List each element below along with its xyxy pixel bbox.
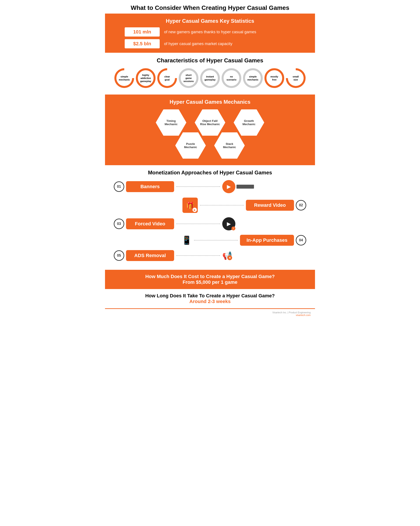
hex-growth: GrowthMechanic <box>234 109 264 136</box>
cost-answer: From $5,000 per 1 game <box>111 279 309 285</box>
footer: Visartech Inc. | Product Engineering vis… <box>105 309 315 319</box>
mono-row-forced: 03 Forced Video ▶ ! <box>114 217 306 230</box>
play-icon-black: ▶ ! <box>222 217 235 230</box>
time-answer: Around 2-3 weeks <box>111 299 309 304</box>
circle-mostly-free: mostlyfree <box>264 68 284 88</box>
hex-row-1: TimingMechanic Object Fall/Rise Mechanic… <box>156 109 264 136</box>
hex-stack: StackMechanic <box>214 132 245 159</box>
hex-grid: TimingMechanic Object Fall/Rise Mechanic… <box>111 109 309 159</box>
dotted-5 <box>176 255 220 256</box>
stats-section: Hyper Casual Games Key Statistics 101 ml… <box>105 14 315 53</box>
characteristics-section: Characteristics of Hyper Casual Games si… <box>105 53 315 94</box>
label-inapp: In-App Purchases <box>240 235 294 246</box>
label-banners: Banners <box>126 181 174 192</box>
circle-clear-goal: cleargoal <box>153 64 181 92</box>
play-icon-1: ▶ <box>222 180 235 193</box>
hex-row-2: PuzzleMechanic StackMechanic <box>140 132 280 159</box>
megaphone-icon: 📢 ✕ <box>222 251 232 260</box>
banner-strip <box>237 185 254 189</box>
step-04: 04 <box>296 235 306 245</box>
stat-text-2: of hyper casual games market capacity <box>164 41 232 46</box>
hex-timing: TimingMechanic <box>156 109 186 136</box>
footer-link[interactable]: visartech.com <box>296 314 311 316</box>
hex-object-fall: Object Fall/Rise Mechanic <box>195 109 225 136</box>
mechanics-title: Hyper Casual Games Mechanics <box>111 99 309 105</box>
mono-row-inapp: 📱 In-App Purchases 04 <box>114 235 306 246</box>
circle-simple-mechanic-2: simplemechanic <box>243 68 263 88</box>
step-01: 01 <box>114 181 124 192</box>
footer-text: Visartech Inc. | Product Engineering <box>272 311 311 314</box>
stat-row-2: $2.5 bln of hyper casual games market ca… <box>125 39 295 48</box>
mono-row-banners: 01 Banners ▶ <box>114 180 306 193</box>
hex-puzzle: PuzzleMechanic <box>175 132 206 159</box>
chars-title: Characteristics of Hyper Casual Games <box>107 57 313 64</box>
circle-small-size: smallsize <box>282 64 310 92</box>
stats-container: 101 mln of new gamers games thanks to hy… <box>111 27 309 48</box>
mono-row-reward: 🎁 ▶ Reward Video 02 <box>114 198 306 213</box>
label-forced: Forced Video <box>126 218 174 229</box>
step-02: 02 <box>296 200 306 211</box>
stat-badge-2: $2.5 bln <box>125 39 160 48</box>
cost-section: How Much Does It Cost to Create a Hyper … <box>105 270 315 289</box>
circle-no-scenario: noscenario <box>222 68 241 88</box>
monetization-section: Monetization Approaches of Hyper Casual … <box>105 165 315 270</box>
mono-row-ads: 05 ADS Removal 📢 ✕ <box>114 250 306 261</box>
label-reward: Reward Video <box>246 200 294 211</box>
step-05: 05 <box>114 250 124 261</box>
time-question: How Long Does It Take To Create a Hyper … <box>111 293 309 299</box>
stat-row-1: 101 mln of new gamers games thanks to hy… <box>125 27 295 37</box>
circle-addictive: highlyaddictivegameplay <box>136 68 156 88</box>
stats-title: Hyper Casual Games Key Statistics <box>111 18 309 24</box>
stat-badge-1: 101 mln <box>125 27 160 37</box>
cost-question: How Much Does It Cost to Create a Hyper … <box>111 274 309 279</box>
stat-text-1: of new gamers games thanks to hyper casu… <box>164 30 256 34</box>
label-ads: ADS Removal <box>126 250 174 261</box>
circle-instant: instantgameplay <box>200 68 220 88</box>
circles-row: simplemechanic highlyaddictivegameplay c… <box>107 68 313 88</box>
step-03: 03 <box>114 219 124 229</box>
dotted-4 <box>194 240 238 241</box>
mechanics-section: Hyper Casual Games Mechanics TimingMecha… <box>105 94 315 165</box>
phone-icon: 📱 <box>181 235 192 245</box>
time-section: How Long Does It Take To Create a Hyper … <box>105 289 315 308</box>
gift-icon: 🎁 ▶ <box>182 198 198 213</box>
main-title: What to Consider When Creating Hyper Cas… <box>105 0 315 14</box>
dotted-1 <box>176 186 220 187</box>
circle-simple-mechanic: simplemechanic <box>110 64 138 92</box>
dotted-3 <box>176 224 220 224</box>
circle-short-sessions: shortgamesessions <box>179 68 198 88</box>
dotted-2 <box>200 205 244 205</box>
monetization-title: Monetization Approaches of Hyper Casual … <box>114 170 306 176</box>
